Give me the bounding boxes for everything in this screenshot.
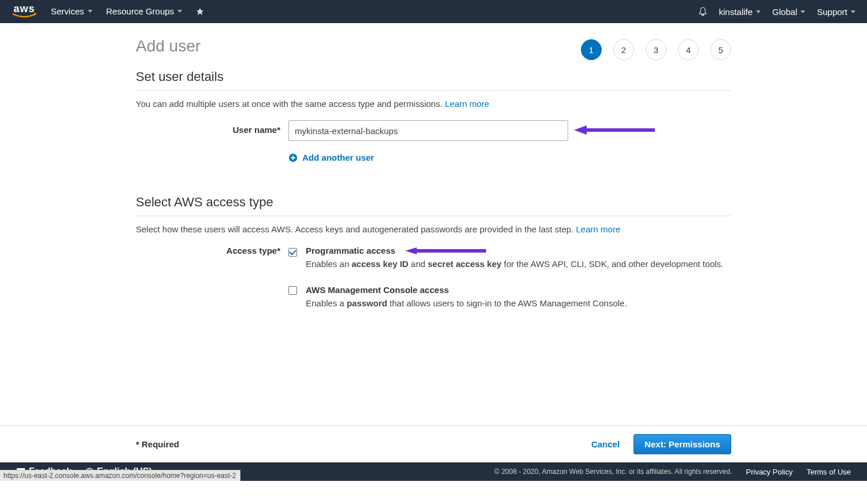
annotation-arrow-username (574, 125, 655, 135)
account-label: kinstalife (719, 7, 753, 17)
aws-smile-icon (12, 13, 37, 18)
step-1[interactable]: 1 (581, 39, 602, 60)
programmatic-access-desc: Enables an access key ID and secret acce… (306, 258, 731, 271)
annotation-arrow-access (405, 247, 486, 255)
learn-more-link[interactable]: Learn more (576, 224, 621, 234)
status-url: https://us-east-2.console.aws.amazon.com… (0, 470, 240, 481)
username-label: User name* (136, 120, 288, 135)
required-note: * Required (136, 439, 179, 449)
separator (136, 216, 731, 216)
access-type-heading: Select AWS access type (136, 195, 731, 210)
support-menu[interactable]: Support (817, 7, 855, 17)
user-details-desc-text: You can add multiple users at once with … (136, 99, 445, 109)
step-2[interactable]: 2 (613, 39, 634, 60)
access-type-description: Select how these users will access AWS. … (136, 224, 731, 234)
aws-logo-text: aws (13, 5, 35, 13)
access-type-desc-text: Select how these users will access AWS. … (136, 224, 576, 234)
region-label: Global (772, 7, 797, 17)
step-4[interactable]: 4 (678, 39, 699, 60)
pin-icon[interactable] (196, 8, 204, 16)
next-button[interactable]: Next: Permissions (633, 434, 731, 454)
step-3[interactable]: 3 (646, 39, 666, 60)
console-access-block: AWS Management Console access Enables a … (306, 285, 731, 310)
footer-right: © 2008 - 2020, Amazon Web Services, Inc.… (494, 468, 851, 476)
top-navigation: aws Services Resource Groups kinstalife … (0, 0, 867, 23)
services-menu[interactable]: Services (51, 6, 92, 16)
svg-marker-4 (405, 247, 417, 254)
support-label: Support (817, 7, 847, 17)
resource-groups-menu[interactable]: Resource Groups (106, 6, 183, 16)
user-details-description: You can add multiple users at once with … (136, 99, 731, 109)
access-type-row: Access type* Programmatic access Enables… (136, 246, 731, 271)
chevron-down-icon (177, 10, 182, 13)
programmatic-access-block: Programmatic access Enables an access ke… (306, 246, 731, 271)
wizard-steps: 1 2 3 4 5 (581, 39, 731, 60)
programmatic-access-checkbox[interactable] (288, 248, 297, 257)
username-row: User name* Add another user (136, 120, 731, 162)
bottom-bar: * Required Cancel Next: Permissions (0, 425, 867, 462)
add-another-user[interactable]: Add another user (288, 153, 731, 162)
step-5[interactable]: 5 (710, 39, 731, 60)
aws-logo[interactable]: aws (12, 5, 37, 18)
main-content: Add user 1 2 3 4 5 Set user details You … (136, 37, 731, 310)
cancel-button[interactable]: Cancel (591, 439, 620, 449)
topnav-left: aws Services Resource Groups (12, 5, 204, 18)
console-access-desc: Enables a password that allows users to … (306, 297, 731, 310)
footer: Feedback English (US) © 2008 - 2020, Ama… (0, 462, 867, 481)
copyright-text: © 2008 - 2020, Amazon Web Services, Inc.… (494, 468, 732, 476)
user-details-heading: Set user details (136, 69, 731, 84)
services-label: Services (51, 6, 84, 16)
access-type-label: Access type* (136, 246, 288, 255)
checkbox-col-1 (288, 246, 306, 257)
console-access-title: AWS Management Console access (306, 285, 449, 295)
checkbox-col-2 (288, 285, 306, 297)
privacy-policy-link[interactable]: Privacy Policy (746, 468, 793, 476)
bell-icon[interactable] (698, 7, 707, 16)
plus-circle-icon (288, 153, 298, 162)
wizard-actions: Cancel Next: Permissions (591, 434, 731, 454)
chevron-down-icon (801, 10, 805, 13)
learn-more-link[interactable]: Learn more (445, 99, 490, 109)
topnav-right: kinstalife Global Support (698, 7, 855, 17)
resource-groups-label: Resource Groups (106, 6, 175, 16)
console-access-checkbox[interactable] (288, 286, 297, 295)
chevron-down-icon (851, 10, 855, 13)
terms-of-use-link[interactable]: Terms of Use (806, 468, 851, 476)
svg-marker-2 (574, 125, 587, 135)
username-control: Add another user (288, 120, 731, 162)
chevron-down-icon (756, 10, 761, 13)
chevron-down-icon (88, 10, 92, 13)
username-input[interactable] (288, 120, 568, 141)
add-another-label: Add another user (302, 153, 374, 162)
bottom-inner: * Required Cancel Next: Permissions (136, 426, 731, 462)
console-access-row: AWS Management Console access Enables a … (136, 285, 731, 310)
region-menu[interactable]: Global (772, 7, 805, 17)
account-menu[interactable]: kinstalife (719, 7, 761, 17)
programmatic-access-title: Programmatic access (306, 246, 395, 255)
access-type-section: Select AWS access type Select how these … (136, 195, 731, 310)
separator (136, 90, 731, 91)
